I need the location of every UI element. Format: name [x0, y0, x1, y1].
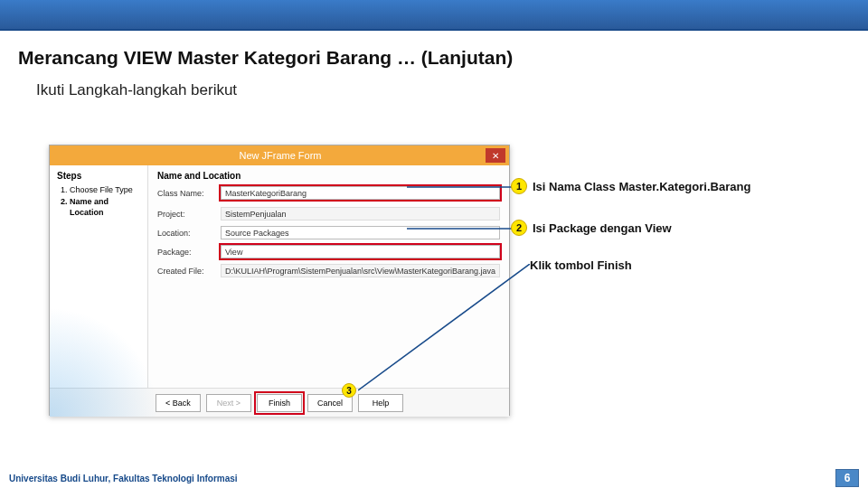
created-file-label: Created File: — [157, 267, 221, 276]
slide-title: Merancang VIEW Master Kategori Barang … … — [18, 47, 868, 69]
class-name-label: Class Name: — [157, 189, 221, 198]
form-header: Name and Location — [157, 171, 500, 181]
dialog-titlebar: New JFrame Form ✕ — [50, 145, 509, 165]
steps-panel: Steps Choose File Type Name and Location — [50, 165, 148, 388]
callout-number: 3 — [342, 383, 356, 398]
help-button[interactable]: Help — [358, 394, 403, 412]
footer-org: Universitas Budi Luhur, Fakultas Teknolo… — [9, 474, 238, 483]
steps-header: Steps — [57, 171, 140, 181]
back-button[interactable]: < Back — [156, 394, 201, 412]
location-label: Location: — [157, 229, 221, 238]
project-label: Project: — [157, 210, 221, 219]
callout-text: Klik tombol Finish — [530, 258, 632, 272]
created-file-field: D:\KULIAH\Program\SistemPenjualan\src\Vi… — [221, 264, 500, 277]
slide-subtitle: Ikuti Langkah-langkah berikut — [36, 81, 868, 99]
callout-text: Isi Nama Class Master.Kategori.Barang — [533, 180, 750, 193]
form-panel: Name and Location Class Name: MasterKate… — [148, 165, 509, 388]
finish-button[interactable]: Finish — [257, 394, 302, 412]
class-name-field[interactable]: MasterKategoriBarang — [221, 186, 500, 200]
step-item: Choose File Type — [70, 184, 140, 196]
page-number: 6 — [835, 469, 859, 487]
package-field[interactable]: View — [221, 245, 500, 258]
package-label: Package: — [157, 248, 221, 257]
next-button: Next > — [206, 394, 251, 412]
dialog-title: New JFrame Form — [75, 150, 486, 161]
callout-number: 1 — [511, 178, 527, 194]
slide-footer: Universitas Budi Luhur, Fakultas Teknolo… — [0, 468, 868, 488]
dialog-button-bar: < Back Next > Finish Cancel Help — [50, 388, 509, 417]
callout-text: Isi Package dengan View — [533, 221, 672, 235]
close-icon[interactable]: ✕ — [486, 148, 505, 163]
project-field: SistemPenjualan — [221, 207, 500, 221]
callout-number: 2 — [511, 220, 527, 236]
location-field[interactable]: Source Packages — [221, 226, 500, 239]
callout-2: 2 Isi Package dengan View — [511, 220, 672, 236]
new-jframe-dialog: New JFrame Form ✕ Steps Choose File Type… — [49, 145, 510, 416]
step-item: Name and Location — [70, 196, 140, 219]
callout-1: 1 Isi Nama Class Master.Kategori.Barang — [511, 178, 750, 194]
slide-top-bar — [0, 0, 868, 31]
